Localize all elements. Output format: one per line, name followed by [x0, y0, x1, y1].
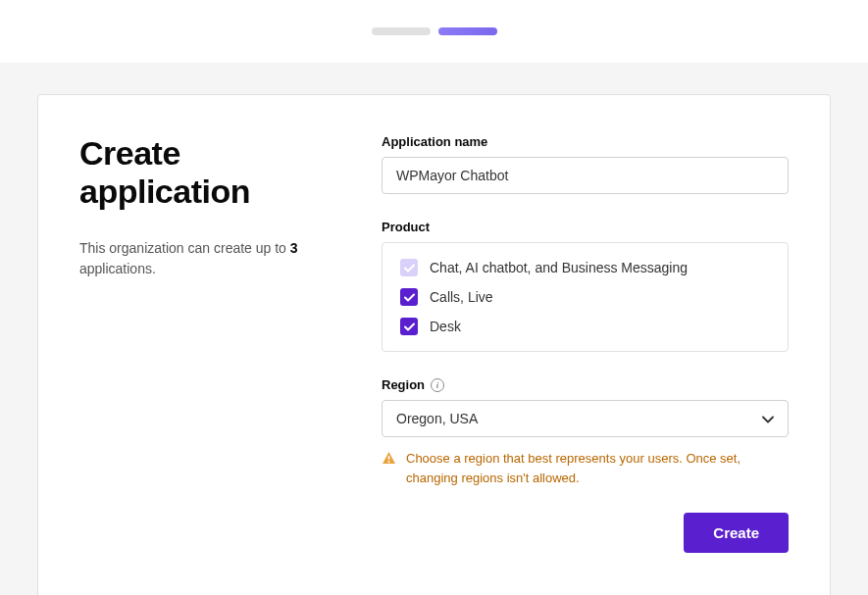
product-option-desk[interactable]: Desk — [400, 318, 770, 335]
product-option-label: Chat, AI chatbot, and Business Messaging — [430, 260, 688, 275]
region-warning: Choose a region that best represents you… — [382, 449, 789, 487]
info-icon[interactable]: i — [431, 378, 444, 392]
checkmark-icon — [404, 293, 415, 302]
region-label: Region i — [382, 377, 789, 392]
product-label: Product — [382, 220, 789, 234]
progress-steps — [0, 0, 868, 63]
create-button[interactable]: Create — [684, 513, 789, 553]
chevron-down-icon — [762, 411, 774, 426]
checkbox-chat — [400, 259, 418, 276]
warning-icon — [382, 451, 396, 487]
page-subtitle: This organization can create up to 3 app… — [79, 238, 334, 279]
page-title: Create application — [79, 134, 334, 211]
create-application-card: Create application This organization can… — [37, 94, 831, 595]
svg-point-1 — [388, 461, 390, 463]
checkbox-desk[interactable] — [400, 318, 418, 335]
checkmark-icon — [404, 264, 415, 273]
checkmark-icon — [404, 322, 415, 331]
checkbox-calls[interactable] — [400, 288, 418, 306]
app-name-input[interactable] — [382, 157, 789, 194]
region-select[interactable]: Oregon, USA — [382, 400, 789, 437]
product-option-label: Desk — [430, 319, 461, 334]
progress-step-2 — [438, 27, 497, 35]
progress-step-1 — [372, 27, 431, 35]
svg-rect-0 — [388, 456, 390, 460]
region-warning-text: Choose a region that best represents you… — [406, 449, 789, 487]
product-options: Chat, AI chatbot, and Business Messaging… — [382, 242, 789, 352]
app-name-label: Application name — [382, 134, 789, 149]
product-option-calls[interactable]: Calls, Live — [400, 288, 770, 306]
product-option-label: Calls, Live — [430, 289, 493, 305]
product-option-chat: Chat, AI chatbot, and Business Messaging — [400, 259, 770, 276]
